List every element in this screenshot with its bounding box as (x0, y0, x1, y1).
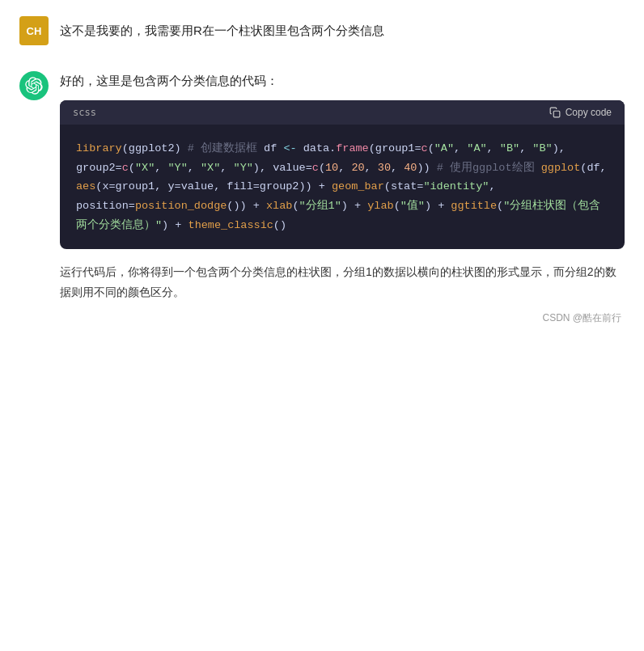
svg-rect-0 (553, 111, 560, 117)
code-lang: scss (73, 107, 96, 118)
user-text: 这不是我要的，我需要用R在一个柱状图里包含两个分类信息 (60, 16, 384, 40)
copy-label: Copy code (566, 107, 612, 118)
avatar-label: CH (27, 25, 42, 37)
user-avatar: CH (19, 16, 49, 45)
code-body: library(ggplot2) # 创建数据框 df <- data.fram… (60, 125, 625, 249)
code-header: scss Copy code (60, 100, 625, 125)
openai-icon (25, 77, 43, 95)
copy-button[interactable]: Copy code (549, 107, 612, 118)
ai-avatar (19, 71, 49, 100)
copy-icon (549, 107, 561, 118)
chat-container: CH 这不是我要的，我需要用R在一个柱状图里包含两个分类信息 好的，这里是包含两… (0, 0, 644, 357)
ai-intro: 好的，这里是包含两个分类信息的代码： (60, 71, 625, 91)
footer-credit: CSDN @酷在前行 (60, 311, 625, 325)
ai-outro: 运行代码后，你将得到一个包含两个分类信息的柱状图，分组1的数据以横向的柱状图的形… (60, 262, 625, 302)
ai-message: 好的，这里是包含两个分类信息的代码： scss Copy code librar… (19, 71, 625, 325)
code-block: scss Copy code library(ggplot2) # 创建数据框 … (60, 100, 625, 249)
ai-content: 好的，这里是包含两个分类信息的代码： scss Copy code librar… (60, 71, 625, 325)
user-message: CH 这不是我要的，我需要用R在一个柱状图里包含两个分类信息 (19, 16, 625, 45)
